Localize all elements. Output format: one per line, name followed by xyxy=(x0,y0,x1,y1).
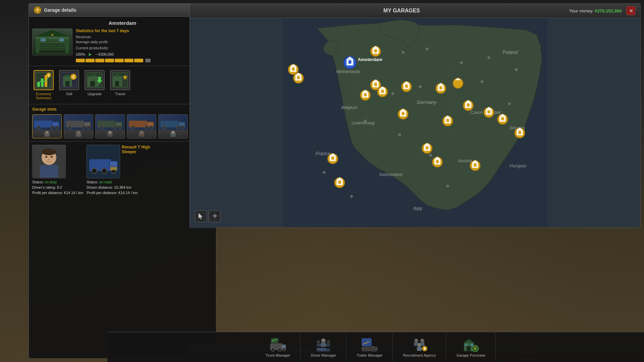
svg-point-65 xyxy=(150,126,153,129)
avg-profit-label: Average daily profit: xyxy=(76,40,108,44)
panel-title: Garage details xyxy=(44,7,76,13)
svg-point-80 xyxy=(42,148,56,155)
sell-button[interactable]: € Sell xyxy=(58,69,80,101)
close-button[interactable]: ✕ xyxy=(627,6,635,15)
svg-rect-44 xyxy=(84,122,90,126)
svg-rect-218 xyxy=(282,345,285,348)
svg-point-219 xyxy=(271,348,275,351)
trailer-manager-label: Trailer Manager xyxy=(357,353,382,357)
garage-info-row: Statistics for the last 7 days Revenue: … xyxy=(32,28,213,62)
svg-point-125 xyxy=(429,154,432,157)
upgrade-icon-box xyxy=(85,70,105,90)
svg-point-64 xyxy=(145,126,148,129)
slot-item-3[interactable] xyxy=(95,114,125,138)
travel-button[interactable]: Travel xyxy=(109,69,131,101)
svg-rect-8 xyxy=(41,38,46,42)
economy-summary-button[interactable]: € EconomySummary xyxy=(32,69,55,101)
productivity-label: Current productivity: xyxy=(76,46,109,50)
garage-city-name: Amsterdam xyxy=(32,20,213,26)
map-move-button[interactable]: ✛ xyxy=(209,210,221,222)
truck-manager-label: Truck Manager xyxy=(266,353,290,357)
svg-text:Hungary: Hungary xyxy=(509,163,527,168)
svg-rect-81 xyxy=(40,165,58,178)
upgrade-button[interactable]: Upgrade xyxy=(83,69,106,101)
svg-point-67 xyxy=(140,131,143,134)
svg-rect-201 xyxy=(501,117,504,120)
map-content[interactable]: Poland Germany Belgium Luxembourg Czech … xyxy=(190,18,640,227)
svg-text:France: France xyxy=(316,151,331,156)
panel-header: ? Garage details xyxy=(29,4,216,17)
svg-rect-137 xyxy=(374,49,377,52)
svg-point-118 xyxy=(515,68,518,71)
svg-rect-50 xyxy=(76,134,81,137)
driver-portrait-section: Status: on duty Driver's rating: 9.2 Pro… xyxy=(32,145,83,195)
svg-rect-77 xyxy=(170,134,176,137)
svg-rect-149 xyxy=(374,83,377,86)
svg-rect-41 xyxy=(44,134,50,137)
sell-btn-label: Sell xyxy=(66,92,72,96)
svg-rect-4 xyxy=(39,43,66,44)
svg-point-116 xyxy=(460,61,463,64)
svg-rect-254 xyxy=(467,346,471,351)
nav-driver-manager[interactable]: Driver Manager xyxy=(301,332,346,362)
svg-point-247 xyxy=(418,343,420,346)
svg-rect-169 xyxy=(457,81,459,84)
slots-title: Garage slots xyxy=(32,107,213,112)
help-icon[interactable]: ? xyxy=(34,6,41,14)
svg-rect-13 xyxy=(41,78,44,87)
driver-profit: Profit per distance: €14.14 / km xyxy=(32,191,83,195)
svg-rect-197 xyxy=(436,160,439,163)
nav-recruitment[interactable]: Recruitment Agency xyxy=(393,332,446,362)
svg-text:Switzerland: Switzerland xyxy=(379,172,402,177)
svg-rect-145 xyxy=(297,76,300,79)
svg-point-122 xyxy=(508,103,511,105)
svg-rect-92 xyxy=(110,167,117,170)
slot-item-5[interactable] xyxy=(158,114,188,138)
nav-truck-manager[interactable]: Truck Manager xyxy=(256,332,301,362)
recruitment-icon xyxy=(411,337,428,352)
map-svg: Poland Germany Belgium Luxembourg Czech … xyxy=(190,18,640,227)
slot-item-1[interactable] xyxy=(32,114,62,138)
travel-icon-box xyxy=(110,70,130,90)
slot-item-4[interactable] xyxy=(127,114,156,138)
slot-item-2[interactable] xyxy=(64,114,93,138)
svg-point-119 xyxy=(391,92,394,95)
svg-point-49 xyxy=(77,131,80,134)
svg-point-234 xyxy=(327,350,329,352)
svg-point-124 xyxy=(398,133,401,136)
driver-rating: Driver's rating: 9.2 xyxy=(32,185,83,189)
svg-rect-59 xyxy=(107,134,113,137)
garage-image xyxy=(32,28,72,55)
svg-rect-209 xyxy=(474,164,476,167)
svg-point-237 xyxy=(363,350,366,352)
driver-portrait xyxy=(32,145,66,178)
arrow-icon: ➤ xyxy=(88,52,92,57)
recruitment-label: Recruitment Agency xyxy=(403,353,436,357)
svg-rect-257 xyxy=(465,344,468,346)
productivity-money: →€300,000 xyxy=(95,52,114,56)
map-cursor-button[interactable] xyxy=(195,210,207,222)
driver-manager-icon xyxy=(315,337,332,352)
svg-rect-185 xyxy=(487,110,490,113)
svg-text:Austria: Austria xyxy=(458,158,472,163)
svg-point-120 xyxy=(419,85,422,88)
svg-point-123 xyxy=(364,120,367,122)
svg-point-38 xyxy=(55,126,59,129)
nav-garage-purchase[interactable]: € Garage Purchase xyxy=(446,332,496,362)
svg-rect-177 xyxy=(446,119,449,122)
svg-rect-173 xyxy=(467,104,470,107)
money-amount: €270,152,384 xyxy=(595,8,622,13)
svg-point-90 xyxy=(102,168,107,174)
svg-point-84 xyxy=(48,158,50,160)
svg-text:Italy: Italy xyxy=(413,206,422,211)
svg-rect-235 xyxy=(362,339,371,346)
revenue-label: Revenue: xyxy=(76,35,92,39)
svg-rect-31 xyxy=(115,81,119,86)
svg-point-232 xyxy=(318,350,320,352)
svg-point-115 xyxy=(426,48,428,50)
svg-rect-213 xyxy=(338,181,341,184)
svg-rect-51 xyxy=(97,121,116,127)
nav-trailer-manager[interactable]: Trailer Manager xyxy=(346,332,393,362)
economy-icon-box: € xyxy=(34,70,54,90)
svg-point-63 xyxy=(131,126,135,129)
